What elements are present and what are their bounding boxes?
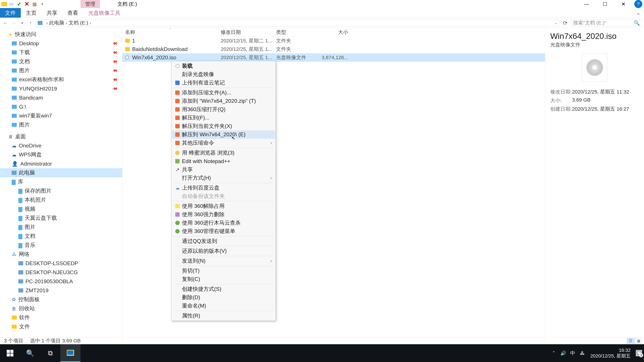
tree-control-panel[interactable]: ⚙ 控制面板 xyxy=(0,295,122,304)
breadcrumb-segment[interactable]: 文档 (E:) xyxy=(68,19,88,26)
ime-indicator[interactable]: 中 xyxy=(568,350,578,357)
context-menu-item[interactable]: 剪切(T) xyxy=(172,267,275,275)
tree-item[interactable]: Desktop📌 xyxy=(0,39,122,48)
tree-item[interactable]: 图片 xyxy=(0,120,122,129)
tree-item[interactable]: ▇文档 xyxy=(0,232,122,241)
tree-files[interactable]: 文件 xyxy=(0,322,122,331)
tree-item[interactable]: 图片📌 xyxy=(0,66,122,75)
taskbar-clock[interactable]: 16:32 2020/12/25, 星期五 xyxy=(587,348,634,359)
nav-recent-dropdown[interactable]: ▾ xyxy=(19,21,25,25)
tree-item[interactable]: DESKTOP-NJEU3CG xyxy=(0,268,122,277)
context-menu-item[interactable]: 创建快捷方式(S) xyxy=(172,285,275,293)
tree-item[interactable]: ▇保存的图片 xyxy=(0,186,122,195)
context-menu-item[interactable]: 用360压缩打开(Q) xyxy=(172,105,275,114)
context-menu-item[interactable]: 添加到 "Win7x64_2020.zip" (T) xyxy=(172,97,275,105)
tree-wps[interactable]: ☁ WPS网盘 xyxy=(0,150,122,159)
tree-item[interactable]: ZMT2019 xyxy=(0,286,122,295)
context-menu-item[interactable]: 复制(C) xyxy=(172,275,275,283)
context-menu-item[interactable]: 还原以前的版本(V) xyxy=(172,247,275,255)
tree-item[interactable]: ▇视频 xyxy=(0,204,122,214)
file-row[interactable]: Win7x64_2020.iso2020/12/25, 星期五 1...光盘映像… xyxy=(122,53,545,62)
context-menu-item[interactable]: 上传到有道云笔记 xyxy=(172,79,275,87)
tree-item[interactable]: excel表格制作求和📌 xyxy=(0,75,122,84)
tree-network[interactable]: 🖧 网络 xyxy=(0,250,122,259)
taskbar-explorer-button[interactable] xyxy=(60,344,80,362)
context-menu-item[interactable]: 其他压缩命令› xyxy=(172,139,275,147)
ribbon-tab-file[interactable]: 文件 xyxy=(0,8,21,17)
context-menu-item[interactable]: 使用 360进行木马云查杀 xyxy=(172,219,275,227)
file-row[interactable]: 12020/12/15, 星期二 1...文件夹 xyxy=(122,36,545,45)
context-menu-item[interactable]: 刻录光盘映像 xyxy=(172,70,275,79)
close-button[interactable]: ✕ xyxy=(614,0,632,8)
file-row[interactable]: BaiduNetdiskDownload2020/12/25, 星期五 1...… xyxy=(122,45,545,53)
minimize-button[interactable]: — xyxy=(577,0,596,8)
contextual-tab-label[interactable]: 管理 xyxy=(80,0,100,8)
context-menu-item[interactable]: 发送到(N)› xyxy=(172,257,275,265)
context-menu[interactable]: 装载刻录光盘映像上传到有道云笔记添加到压缩文件(A)...添加到 "Win7x6… xyxy=(172,61,276,321)
start-button[interactable] xyxy=(0,344,20,362)
nav-up-button[interactable]: ↑ xyxy=(28,20,34,26)
nav-forward-button[interactable]: → xyxy=(11,20,17,26)
tree-item[interactable]: ▇天翼云盘下载 xyxy=(0,214,122,223)
tree-item[interactable]: YUNQISHI2019📌 xyxy=(0,84,122,93)
refresh-button[interactable]: ⟳ xyxy=(562,20,569,26)
qat-check-icon[interactable]: ✔ xyxy=(16,1,22,7)
context-menu-item[interactable]: 重命名(M) xyxy=(172,302,275,310)
view-details-button[interactable]: ☰ xyxy=(627,338,634,344)
col-modified[interactable]: 修改日期 xyxy=(221,29,276,36)
tree-item[interactable]: ▇图片 xyxy=(0,223,122,232)
column-headers[interactable]: ˄ 名称 修改日期 类型 大小 xyxy=(122,28,545,36)
context-menu-item[interactable]: 属性(R) xyxy=(172,312,275,320)
task-view-button[interactable]: ⧉ xyxy=(40,344,60,362)
tree-item[interactable]: ▇音乐 xyxy=(0,241,122,250)
context-menu-item[interactable]: Edit with Notepad++ xyxy=(172,157,275,165)
view-icons-button[interactable]: ▦ xyxy=(635,338,642,344)
context-menu-item[interactable]: 解压到 Win7x64_2020\ (E) xyxy=(172,130,275,139)
context-menu-item[interactable]: 使用 360解除占用 xyxy=(172,202,275,210)
tree-item[interactable]: 下载📌 xyxy=(0,48,122,57)
nav-back-button[interactable]: ← xyxy=(2,20,8,26)
tray-overflow-icon[interactable]: ˄ xyxy=(549,351,558,356)
address-breadcrumb[interactable]: › 此电脑 › 文档 (E:) › ⌄ xyxy=(36,19,559,26)
context-menu-item[interactable]: ↗共享 xyxy=(172,165,275,174)
ribbon-tab-disc-tools[interactable]: 光盘映像工具 xyxy=(83,8,126,17)
tree-item[interactable]: DESKTOP-LSSOEDP xyxy=(0,259,122,268)
action-center-button[interactable]: 💬 3 xyxy=(634,349,644,357)
navigation-tree[interactable]: ★ 快速访问 Desktop📌下载📌文档📌图片📌excel表格制作求和📌YUNQ… xyxy=(0,28,122,343)
col-size[interactable]: 大小 xyxy=(320,29,353,36)
qat-properties-button[interactable]: ▭ xyxy=(8,1,15,7)
context-menu-item[interactable]: 解压到(F)... xyxy=(172,114,275,122)
qat-newfolder-icon[interactable]: ▦ xyxy=(31,1,38,7)
network-icon[interactable]: 🖧 xyxy=(578,351,587,356)
maximize-button[interactable]: ☐ xyxy=(596,0,614,8)
tree-software[interactable]: 软件 xyxy=(0,313,122,322)
help-icon[interactable]: ? xyxy=(634,0,642,8)
context-menu-item[interactable]: 装载 xyxy=(172,62,275,70)
col-name[interactable]: 名称 xyxy=(125,29,221,36)
tree-administrator[interactable]: 👤 Administrator xyxy=(0,159,122,168)
context-menu-item[interactable]: 通过QQ发送到 xyxy=(172,237,275,245)
taskbar-search-button[interactable]: 🔍 xyxy=(20,344,40,362)
qat-dropdown-icon[interactable]: ▾ xyxy=(39,1,46,7)
tree-item[interactable]: PC-20190530OBLA xyxy=(0,277,122,286)
quick-access-root[interactable]: ★ 快速访问 xyxy=(0,30,122,39)
context-menu-item[interactable]: 打开方式(H)› xyxy=(172,174,275,182)
tree-this-pc[interactable]: 此电脑 xyxy=(0,168,122,177)
tree-item[interactable]: G:\ xyxy=(0,102,122,111)
context-menu-item[interactable]: ☁上传到百度云盘 xyxy=(172,184,275,192)
col-type[interactable]: 类型 xyxy=(276,29,320,36)
ribbon-tab-home[interactable]: 主页 xyxy=(21,8,42,17)
tree-item[interactable]: win7重装win7 xyxy=(0,111,122,120)
breadcrumb-segment[interactable]: 此电脑 xyxy=(49,19,64,26)
desktop-root[interactable]: 🖥 桌面 xyxy=(0,132,122,141)
ribbon-tab-view[interactable]: 查看 xyxy=(62,8,83,17)
context-menu-item[interactable]: 使用 360强力删除 xyxy=(172,210,275,219)
address-dropdown-icon[interactable]: ⌄ xyxy=(554,21,557,25)
tree-item[interactable]: Bandicam xyxy=(0,93,122,102)
tree-item[interactable]: 文档📌 xyxy=(0,57,122,66)
context-menu-item[interactable]: 使用 360管理右键菜单 xyxy=(172,227,275,236)
tree-recycle-bin[interactable]: 🗑 回收站 xyxy=(0,304,122,313)
search-input[interactable]: 搜索"文档 (E:)" 🔍 xyxy=(571,19,642,26)
ribbon-tab-share[interactable]: 共享 xyxy=(42,8,62,17)
volume-icon[interactable]: 🔊 xyxy=(558,351,568,356)
